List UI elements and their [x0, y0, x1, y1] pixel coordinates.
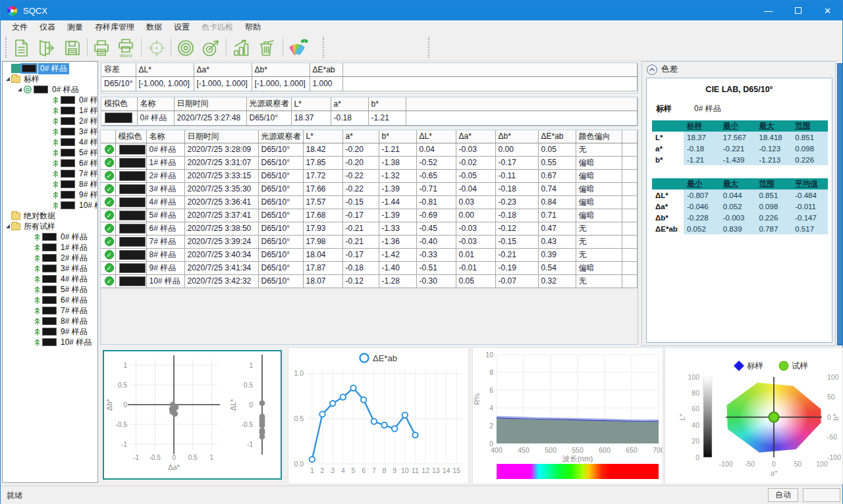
tree-item[interactable]: 6# 样品	[3, 295, 97, 305]
tree-item[interactable]: 0# 样品	[3, 95, 97, 105]
arrow-icon	[52, 159, 59, 168]
color-card-search-button[interactable]	[286, 36, 310, 60]
menu-item[interactable]: 仪器	[34, 20, 61, 34]
open-export-button[interactable]	[34, 36, 58, 60]
tree-item[interactable]: 8# 样品	[3, 179, 97, 189]
tree-item[interactable]: 3# 样品	[3, 263, 97, 274]
sample-row[interactable]: ✓6# 样品2020/7/25 3:38:50D65/10°17.93-0.21…	[101, 222, 638, 235]
menu-item: 色卡匹检	[196, 20, 239, 34]
target-icon	[11, 64, 20, 73]
color-swatch	[42, 233, 57, 241]
lab-gamut-panel[interactable]: 标样试样100806040200L*100500-50-100b*-100-50…	[665, 347, 843, 484]
sample-row[interactable]: ✓3# 样品2020/7/25 3:35:30D65/10°17.66-0.22…	[101, 182, 638, 195]
statistics-button[interactable]	[229, 36, 253, 60]
color-swatch	[61, 159, 75, 167]
tree-item[interactable]: 9# 样品	[3, 189, 97, 200]
tree-expander-icon[interactable]	[17, 87, 23, 93]
menu-item[interactable]: 文件	[6, 20, 34, 34]
color-swatch	[42, 286, 57, 293]
collapse-panel-button[interactable]	[647, 64, 657, 75]
tree-item[interactable]: 4# 样品	[3, 137, 97, 147]
close-button[interactable]: ✕	[813, 1, 842, 20]
sample-row[interactable]: ✓5# 样品2020/7/25 3:37:41D65/10°17.68-0.17…	[101, 209, 638, 222]
svg-text:700: 700	[653, 446, 663, 454]
maximize-icon	[795, 7, 802, 14]
svg-text:1: 1	[249, 362, 253, 369]
tree-item[interactable]: 标样	[3, 74, 97, 84]
menu-item[interactable]: 存样库管理	[89, 20, 140, 34]
tree-item-label: 8# 样品	[77, 179, 98, 190]
tree-item[interactable]: 2# 样品	[3, 253, 97, 263]
tree-expander-icon	[46, 97, 52, 103]
menu-item[interactable]: 测量	[61, 20, 89, 34]
measure-standard-button[interactable]	[174, 36, 198, 60]
color-swatch	[61, 170, 75, 178]
sample-row[interactable]: ✓1# 样品2020/7/25 3:31:07D65/10°17.85-0.20…	[101, 156, 638, 169]
tree-item[interactable]: 9# 样品	[3, 326, 97, 337]
standard-row[interactable]: 0# 样品2020/7/25 3:27:48D65/10°18.37-0.18-…	[101, 111, 638, 125]
print-button[interactable]	[90, 36, 113, 60]
toolbar-grip[interactable]	[323, 37, 325, 58]
menu-item[interactable]: 帮助	[239, 20, 267, 34]
tree-item[interactable]: 所有试样	[3, 221, 97, 232]
tree-item[interactable]: 5# 样品	[3, 147, 97, 158]
sample-row[interactable]: ✓0# 样品2020/7/25 3:28:09D65/10°18.42-0.20…	[101, 143, 638, 156]
new-document-button[interactable]	[9, 36, 33, 60]
calibrate-button[interactable]	[145, 36, 169, 60]
color-swatch	[42, 328, 57, 336]
tree-item[interactable]: 6# 样品	[3, 158, 97, 168]
menu-item[interactable]: 设置	[168, 20, 196, 34]
tree-item-label: 10# 样品	[59, 337, 94, 348]
save-button[interactable]	[61, 36, 84, 60]
svg-text:ΔL*: ΔL*	[229, 398, 237, 410]
window-title: SQCX	[23, 6, 47, 16]
svg-text:-1: -1	[133, 454, 139, 461]
reflectance-panel[interactable]: 4004505005506006507000246810R%波长(nm)	[472, 347, 663, 484]
toolbar-grip[interactable]	[5, 37, 7, 58]
tree-expander-icon[interactable]	[5, 224, 11, 230]
tree-item[interactable]: 绝对数据	[3, 211, 97, 221]
sample-row[interactable]: ✓10# 样品2020/7/25 3:42:32D65/10°18.07-0.1…	[101, 274, 638, 288]
arrow-icon	[34, 274, 41, 284]
delta-e-trend-panel[interactable]: 1234567891011121314150.00.51.0ΔE*ab	[288, 347, 469, 484]
tree-item[interactable]: 7# 样品	[3, 305, 97, 316]
measure-sample-button[interactable]	[199, 36, 223, 60]
svg-text:6: 6	[489, 386, 493, 394]
tree-item[interactable]: 0# 样品	[3, 232, 97, 242]
tree-item[interactable]: 1# 样品	[3, 242, 97, 253]
sample-row[interactable]: ✓8# 样品2020/7/25 3:40:34D65/10°18.04-0.17…	[101, 248, 638, 261]
tree-item[interactable]: 5# 样品	[3, 284, 97, 295]
auto-mode-indicator[interactable]: 自动	[768, 488, 798, 502]
tree-item[interactable]: 4# 样品	[3, 274, 97, 284]
sample-row[interactable]: ✓7# 样品2020/7/25 3:39:24D65/10°17.98-0.21…	[101, 235, 638, 248]
tree-item-label: 3# 样品	[59, 263, 90, 274]
status-bar: 就绪 自动	[1, 486, 842, 504]
tree-item[interactable]: 1# 样品	[3, 105, 97, 116]
toolbar-grip[interactable]	[428, 37, 430, 58]
arrow-icon	[34, 285, 41, 294]
sample-row[interactable]: ✓2# 样品2020/7/25 3:33:15D65/10°17.72-0.22…	[101, 169, 638, 182]
menu-item[interactable]: 数据	[140, 20, 168, 34]
minimize-button[interactable]: —	[753, 1, 783, 20]
tree-expander-icon	[46, 150, 52, 156]
svg-text:50: 50	[827, 393, 835, 401]
tree-expander-icon[interactable]	[5, 76, 11, 82]
tree-item[interactable]: 10# 样品	[3, 200, 97, 211]
tree-item[interactable]: 2# 样品	[3, 116, 97, 126]
delete-button[interactable]	[254, 36, 278, 60]
sample-row[interactable]: ✓9# 样品2020/7/25 3:41:34D65/10°17.87-0.18…	[101, 261, 638, 274]
maximize-button[interactable]	[783, 1, 813, 20]
tolerance-row[interactable]: D65/10°[-1.000, 1.000][-1.000, 1.000][-1…	[101, 76, 638, 91]
print-word-button[interactable]: Word	[114, 36, 138, 60]
tree-item[interactable]: 0# 样品	[3, 84, 97, 95]
tree-item[interactable]: 0# 样品	[3, 63, 97, 74]
tree-item[interactable]: 10# 样品	[3, 337, 97, 347]
tree-item-label: 1# 样品	[77, 105, 98, 116]
collapsed-panel-strip[interactable]	[837, 63, 842, 345]
tree-item[interactable]: 7# 样品	[3, 168, 97, 179]
pass-check-icon: ✓	[105, 145, 114, 154]
sample-row[interactable]: ✓4# 样品2020/7/25 3:36:41D65/10°17.57-0.15…	[101, 195, 638, 209]
ab-scatter-panel[interactable]: -1-1-0.5-0.5000.50.511Δb*Δa*-1-0.500.51Δ…	[103, 350, 282, 480]
tree-item[interactable]: 8# 样品	[3, 316, 97, 326]
tree-item[interactable]: 3# 样品	[3, 126, 97, 137]
